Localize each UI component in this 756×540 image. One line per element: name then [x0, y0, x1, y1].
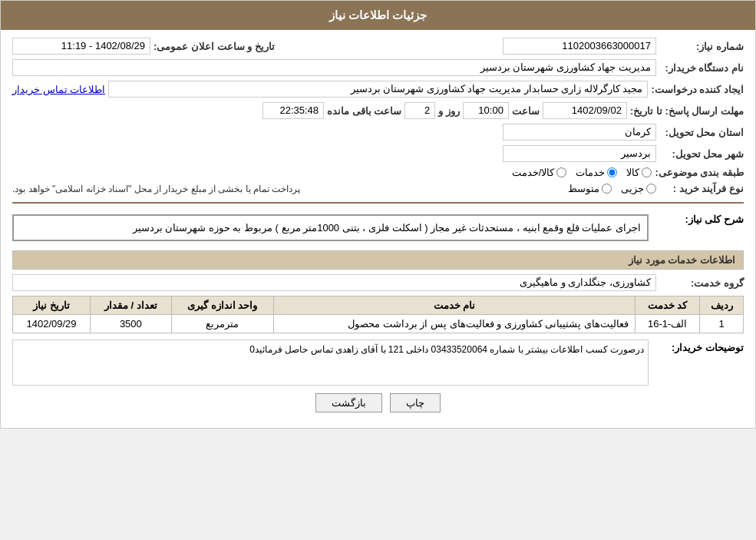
row-mohlat: مهلت ارسال پاسخ: تا تاریخ: 1402/09/02 سا…	[12, 102, 744, 119]
khadamat-table: ردیف کد خدمت نام خدمت واحد اندازه گیری ت…	[12, 296, 744, 333]
row-ostan: استان محل تحویل: کرمان	[12, 124, 744, 141]
dastgah-value: مدیریت جهاد کشاورزی شهرستان بردسیر	[12, 59, 656, 76]
khadamat-table-section: ردیف کد خدمت نام خدمت واحد اندازه گیری ت…	[12, 296, 744, 333]
dastgah-label: نام دستگاه خریدار:	[659, 62, 744, 74]
col-radif: ردیف	[700, 297, 744, 315]
radio-kala-khadamat-item: کالا/خدمت	[512, 167, 567, 178]
row-shomara: شماره نیاز: 1102003663000017 تاریخ و ساع…	[12, 38, 744, 55]
shahr-label: شهر محل تحویل:	[659, 148, 744, 160]
ijad-label: ایجاد کننده درخواست:	[651, 84, 744, 95]
main-container: جزئیات اطلاعات نیاز شماره نیاز: 11020036…	[0, 0, 756, 429]
mohlat-roz: 2	[404, 102, 435, 119]
notice-text: پرداخت تمام یا بخشی از مبلغ خریدار از مح…	[12, 184, 300, 194]
row-ijad: ایجاد کننده درخواست: مجید کارگرلاله زاری…	[12, 81, 744, 98]
row-sharh: شرح کلی نیاز: اجرای عملیات قلع وقمع ابنی…	[12, 211, 744, 244]
tabaqe-radio-group: کالا خدمات کالا/خدمت	[512, 167, 652, 178]
radio-jozei-item: جزیی	[621, 183, 656, 194]
roz-label: روز و	[438, 105, 460, 117]
grooh-label: گروه خدمت:	[659, 277, 744, 289]
footer-buttons: چاپ بازگشت	[12, 393, 744, 412]
tarikh-value: 1402/08/29 - 11:19	[12, 38, 150, 55]
ijad-value: مجید کارگرلاله زاری حسابدار مدیریت جهاد …	[108, 81, 648, 98]
sharh-label: شرح کلی نیاز:	[652, 211, 744, 225]
radio-kala-label: کالا	[626, 167, 639, 178]
radio-motavaset-item: متوسط	[568, 183, 612, 194]
row-tosahat: توضیحات خریدار:	[12, 340, 744, 386]
radio-kala-khadamat[interactable]	[556, 167, 566, 177]
etelaat-link[interactable]: اطلاعات تماس خریدار	[12, 84, 105, 95]
ostan-label: استان محل تحویل:	[659, 127, 744, 138]
row-dastgah: نام دستگاه خریدار: مدیریت جهاد کشاورزی ش…	[12, 59, 744, 76]
print-button[interactable]: چاپ	[390, 393, 441, 412]
col-kod: کد خدمت	[635, 297, 699, 315]
shahr-value: بردسیر	[503, 145, 656, 162]
table-header-row: ردیف کد خدمت نام خدمت واحد اندازه گیری ت…	[13, 297, 744, 315]
cell-tedad: 3500	[91, 315, 172, 333]
grooh-value: کشاورزی، جنگلداری و ماهیگیری	[12, 274, 656, 291]
divider1	[12, 202, 744, 204]
saat-manande-label: ساعت باقی مانده	[327, 105, 401, 117]
cell-nam: فعالیت‌های پشتیبانی کشاورزی و فعالیت‌های…	[273, 315, 635, 333]
cell-tarikh: 1402/09/29	[13, 315, 91, 333]
shomara-label: شماره نیاز:	[659, 41, 744, 52]
khadamat-section-header: اطلاعات خدمات مورد نیاز	[12, 250, 744, 270]
tabaqe-label: طبقه بندی موضوعی:	[655, 167, 744, 178]
radio-kala-khadamat-label: کالا/خدمت	[512, 167, 555, 178]
radio-khadamat[interactable]	[607, 167, 617, 177]
farayand-radio-group: جزیی متوسط	[568, 183, 656, 194]
radio-motavaset[interactable]	[602, 184, 612, 194]
row-shahr: شهر محل تحویل: بردسیر	[12, 145, 744, 162]
tosahat-label: توضیحات خریدار:	[652, 340, 744, 353]
table-row: 1 الف-1-16 فعالیت‌های پشتیبانی کشاورزی و…	[13, 315, 744, 333]
radio-jozei-label: جزیی	[621, 183, 644, 194]
mohlat-label: مهلت ارسال پاسخ: تا تاریخ:	[630, 105, 744, 117]
col-vahed: واحد اندازه گیری	[171, 297, 273, 315]
farayand-label: نوع فرآیند خرید :	[659, 183, 744, 194]
col-tarikh: تاریخ نیاز	[13, 297, 91, 315]
cell-vahed: مترمربع	[171, 315, 273, 333]
radio-kala-item: کالا	[626, 167, 652, 178]
row-farayand: نوع فرآیند خرید : جزیی متوسط پرداخت تمام…	[12, 183, 744, 194]
shomara-value: 1102003663000017	[503, 38, 656, 55]
col-tedad: تعداد / مقدار	[91, 297, 172, 315]
ostan-value: کرمان	[503, 124, 656, 141]
mohlat-date: 1402/09/02	[543, 102, 627, 119]
cell-radif: 1	[700, 315, 744, 333]
saat-label: ساعت	[512, 105, 540, 117]
radio-motavaset-label: متوسط	[568, 183, 599, 194]
page-content: شماره نیاز: 1102003663000017 تاریخ و ساع…	[1, 30, 755, 428]
sharh-value: اجرای عملیات قلع وقمع ابنیه ، مستحدثات غ…	[12, 214, 649, 241]
mohlat-time-left: 22:35:48	[262, 102, 324, 119]
mohlat-saat: 10:00	[463, 102, 509, 119]
radio-khadamat-label: خدمات	[576, 167, 605, 178]
tosahat-textarea[interactable]	[12, 340, 649, 386]
col-nam: نام خدمت	[273, 297, 635, 315]
back-button[interactable]: بازگشت	[315, 393, 382, 412]
tarikh-label: تاریخ و ساعت اعلان عمومی:	[154, 41, 275, 52]
radio-kala[interactable]	[642, 167, 652, 177]
page-header: جزئیات اطلاعات نیاز	[1, 1, 755, 30]
page-title: جزئیات اطلاعات نیاز	[329, 8, 427, 22]
radio-khadamat-item: خدمات	[576, 167, 617, 178]
row-grooh: گروه خدمت: کشاورزی، جنگلداری و ماهیگیری	[12, 274, 744, 291]
radio-jozei[interactable]	[646, 184, 656, 194]
cell-kod: الف-1-16	[635, 315, 699, 333]
row-tabaqe: طبقه بندی موضوعی: کالا خدمات کالا/خدمت	[12, 167, 744, 178]
